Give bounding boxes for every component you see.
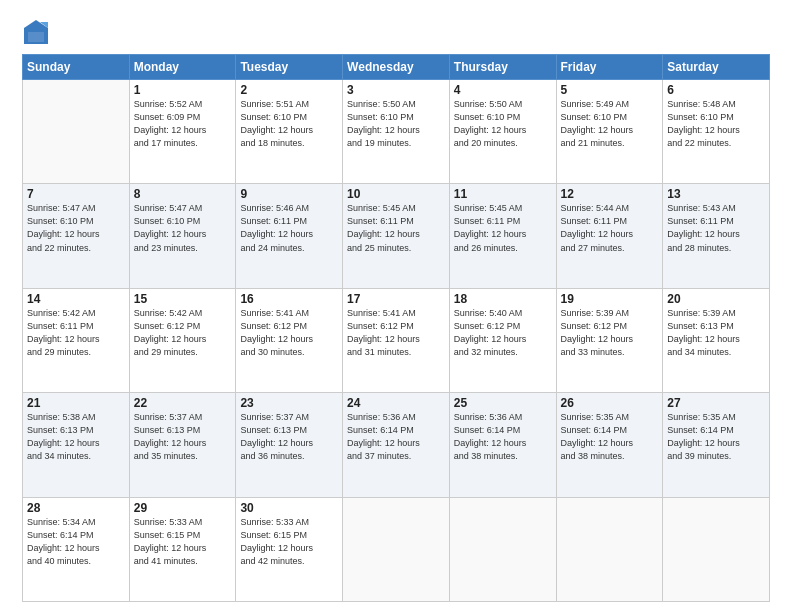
calendar-cell: 19Sunrise: 5:39 AMSunset: 6:12 PMDayligh… <box>556 288 663 392</box>
day-info: Sunrise: 5:34 AMSunset: 6:14 PMDaylight:… <box>27 516 125 568</box>
page: SundayMondayTuesdayWednesdayThursdayFrid… <box>0 0 792 612</box>
day-info: Sunrise: 5:38 AMSunset: 6:13 PMDaylight:… <box>27 411 125 463</box>
weekday-header-wednesday: Wednesday <box>343 55 450 80</box>
weekday-header-sunday: Sunday <box>23 55 130 80</box>
day-number: 20 <box>667 292 765 306</box>
day-number: 16 <box>240 292 338 306</box>
day-number: 4 <box>454 83 552 97</box>
calendar-cell: 1Sunrise: 5:52 AMSunset: 6:09 PMDaylight… <box>129 80 236 184</box>
day-info: Sunrise: 5:47 AMSunset: 6:10 PMDaylight:… <box>27 202 125 254</box>
day-info: Sunrise: 5:49 AMSunset: 6:10 PMDaylight:… <box>561 98 659 150</box>
day-info: Sunrise: 5:45 AMSunset: 6:11 PMDaylight:… <box>454 202 552 254</box>
day-info: Sunrise: 5:42 AMSunset: 6:12 PMDaylight:… <box>134 307 232 359</box>
calendar-cell <box>343 497 450 601</box>
calendar-cell <box>556 497 663 601</box>
calendar-cell <box>449 497 556 601</box>
day-number: 30 <box>240 501 338 515</box>
calendar-cell: 9Sunrise: 5:46 AMSunset: 6:11 PMDaylight… <box>236 184 343 288</box>
day-number: 6 <box>667 83 765 97</box>
calendar-cell <box>23 80 130 184</box>
day-info: Sunrise: 5:37 AMSunset: 6:13 PMDaylight:… <box>240 411 338 463</box>
day-info: Sunrise: 5:36 AMSunset: 6:14 PMDaylight:… <box>347 411 445 463</box>
day-number: 2 <box>240 83 338 97</box>
calendar-cell: 24Sunrise: 5:36 AMSunset: 6:14 PMDayligh… <box>343 393 450 497</box>
day-info: Sunrise: 5:35 AMSunset: 6:14 PMDaylight:… <box>561 411 659 463</box>
day-info: Sunrise: 5:33 AMSunset: 6:15 PMDaylight:… <box>134 516 232 568</box>
day-number: 5 <box>561 83 659 97</box>
calendar-cell: 11Sunrise: 5:45 AMSunset: 6:11 PMDayligh… <box>449 184 556 288</box>
calendar-cell: 28Sunrise: 5:34 AMSunset: 6:14 PMDayligh… <box>23 497 130 601</box>
day-number: 28 <box>27 501 125 515</box>
calendar-cell: 18Sunrise: 5:40 AMSunset: 6:12 PMDayligh… <box>449 288 556 392</box>
weekday-header-tuesday: Tuesday <box>236 55 343 80</box>
day-number: 12 <box>561 187 659 201</box>
calendar-cell: 20Sunrise: 5:39 AMSunset: 6:13 PMDayligh… <box>663 288 770 392</box>
day-number: 10 <box>347 187 445 201</box>
weekday-header-thursday: Thursday <box>449 55 556 80</box>
day-number: 1 <box>134 83 232 97</box>
day-info: Sunrise: 5:47 AMSunset: 6:10 PMDaylight:… <box>134 202 232 254</box>
day-number: 26 <box>561 396 659 410</box>
logo <box>22 18 52 46</box>
calendar-cell: 7Sunrise: 5:47 AMSunset: 6:10 PMDaylight… <box>23 184 130 288</box>
calendar-cell: 25Sunrise: 5:36 AMSunset: 6:14 PMDayligh… <box>449 393 556 497</box>
calendar-cell: 29Sunrise: 5:33 AMSunset: 6:15 PMDayligh… <box>129 497 236 601</box>
day-number: 14 <box>27 292 125 306</box>
day-number: 11 <box>454 187 552 201</box>
calendar-cell: 22Sunrise: 5:37 AMSunset: 6:13 PMDayligh… <box>129 393 236 497</box>
calendar-cell: 14Sunrise: 5:42 AMSunset: 6:11 PMDayligh… <box>23 288 130 392</box>
day-info: Sunrise: 5:48 AMSunset: 6:10 PMDaylight:… <box>667 98 765 150</box>
weekday-header-row: SundayMondayTuesdayWednesdayThursdayFrid… <box>23 55 770 80</box>
day-info: Sunrise: 5:52 AMSunset: 6:09 PMDaylight:… <box>134 98 232 150</box>
week-row-2: 7Sunrise: 5:47 AMSunset: 6:10 PMDaylight… <box>23 184 770 288</box>
day-info: Sunrise: 5:39 AMSunset: 6:13 PMDaylight:… <box>667 307 765 359</box>
calendar-cell: 23Sunrise: 5:37 AMSunset: 6:13 PMDayligh… <box>236 393 343 497</box>
calendar-cell: 4Sunrise: 5:50 AMSunset: 6:10 PMDaylight… <box>449 80 556 184</box>
calendar-cell: 26Sunrise: 5:35 AMSunset: 6:14 PMDayligh… <box>556 393 663 497</box>
day-number: 13 <box>667 187 765 201</box>
day-info: Sunrise: 5:40 AMSunset: 6:12 PMDaylight:… <box>454 307 552 359</box>
day-info: Sunrise: 5:36 AMSunset: 6:14 PMDaylight:… <box>454 411 552 463</box>
logo-icon <box>22 18 50 46</box>
header <box>22 18 770 46</box>
week-row-3: 14Sunrise: 5:42 AMSunset: 6:11 PMDayligh… <box>23 288 770 392</box>
svg-rect-2 <box>28 32 44 42</box>
day-info: Sunrise: 5:50 AMSunset: 6:10 PMDaylight:… <box>454 98 552 150</box>
calendar-cell: 10Sunrise: 5:45 AMSunset: 6:11 PMDayligh… <box>343 184 450 288</box>
day-info: Sunrise: 5:50 AMSunset: 6:10 PMDaylight:… <box>347 98 445 150</box>
day-info: Sunrise: 5:33 AMSunset: 6:15 PMDaylight:… <box>240 516 338 568</box>
calendar-cell: 3Sunrise: 5:50 AMSunset: 6:10 PMDaylight… <box>343 80 450 184</box>
weekday-header-saturday: Saturday <box>663 55 770 80</box>
day-number: 22 <box>134 396 232 410</box>
day-number: 3 <box>347 83 445 97</box>
day-info: Sunrise: 5:44 AMSunset: 6:11 PMDaylight:… <box>561 202 659 254</box>
day-info: Sunrise: 5:51 AMSunset: 6:10 PMDaylight:… <box>240 98 338 150</box>
calendar-cell: 16Sunrise: 5:41 AMSunset: 6:12 PMDayligh… <box>236 288 343 392</box>
day-info: Sunrise: 5:41 AMSunset: 6:12 PMDaylight:… <box>240 307 338 359</box>
calendar-cell: 27Sunrise: 5:35 AMSunset: 6:14 PMDayligh… <box>663 393 770 497</box>
calendar-cell: 6Sunrise: 5:48 AMSunset: 6:10 PMDaylight… <box>663 80 770 184</box>
day-info: Sunrise: 5:45 AMSunset: 6:11 PMDaylight:… <box>347 202 445 254</box>
calendar-cell: 5Sunrise: 5:49 AMSunset: 6:10 PMDaylight… <box>556 80 663 184</box>
day-info: Sunrise: 5:46 AMSunset: 6:11 PMDaylight:… <box>240 202 338 254</box>
weekday-header-friday: Friday <box>556 55 663 80</box>
calendar-table: SundayMondayTuesdayWednesdayThursdayFrid… <box>22 54 770 602</box>
calendar-cell: 13Sunrise: 5:43 AMSunset: 6:11 PMDayligh… <box>663 184 770 288</box>
day-number: 29 <box>134 501 232 515</box>
day-number: 27 <box>667 396 765 410</box>
calendar-cell: 8Sunrise: 5:47 AMSunset: 6:10 PMDaylight… <box>129 184 236 288</box>
week-row-1: 1Sunrise: 5:52 AMSunset: 6:09 PMDaylight… <box>23 80 770 184</box>
day-info: Sunrise: 5:37 AMSunset: 6:13 PMDaylight:… <box>134 411 232 463</box>
calendar-cell: 15Sunrise: 5:42 AMSunset: 6:12 PMDayligh… <box>129 288 236 392</box>
week-row-5: 28Sunrise: 5:34 AMSunset: 6:14 PMDayligh… <box>23 497 770 601</box>
day-number: 23 <box>240 396 338 410</box>
calendar-cell: 2Sunrise: 5:51 AMSunset: 6:10 PMDaylight… <box>236 80 343 184</box>
calendar-cell <box>663 497 770 601</box>
day-info: Sunrise: 5:35 AMSunset: 6:14 PMDaylight:… <box>667 411 765 463</box>
day-number: 9 <box>240 187 338 201</box>
day-number: 19 <box>561 292 659 306</box>
day-number: 24 <box>347 396 445 410</box>
day-info: Sunrise: 5:42 AMSunset: 6:11 PMDaylight:… <box>27 307 125 359</box>
calendar-cell: 30Sunrise: 5:33 AMSunset: 6:15 PMDayligh… <box>236 497 343 601</box>
calendar-cell: 12Sunrise: 5:44 AMSunset: 6:11 PMDayligh… <box>556 184 663 288</box>
